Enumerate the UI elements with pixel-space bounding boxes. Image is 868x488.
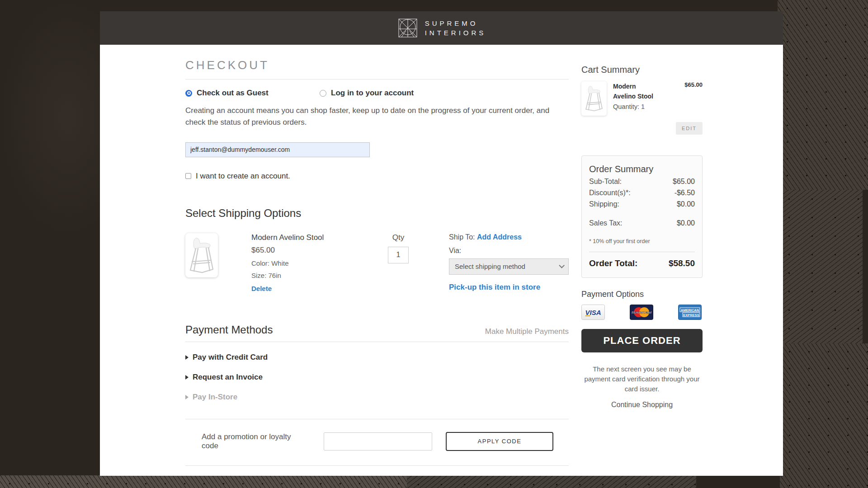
- accepted-cards-row: VISA MasterCard AMERICAN EXPRESS: [581, 305, 703, 320]
- login-radio[interactable]: [320, 90, 326, 97]
- background-texture: [0, 475, 407, 488]
- via-label: Via:: [449, 247, 569, 255]
- create-account-checkbox[interactable]: [185, 173, 191, 179]
- brand-geometric-icon: [397, 17, 419, 39]
- chevron-down-icon: [559, 263, 565, 268]
- login-radio-label: Log in to your account: [331, 89, 414, 98]
- brand-name: SUPREMO INTERIORS: [425, 19, 486, 38]
- cart-item-price: $65.00: [684, 81, 703, 88]
- create-account-row[interactable]: I want to create an account.: [185, 172, 569, 181]
- discount-row: Discount(s)*: -$6.50: [589, 189, 695, 197]
- cart-item-info: Modern Avelino Stool Quantity: 1: [613, 81, 662, 110]
- promo-code-section: Add a promotion or loyalty code APPLY CO…: [185, 419, 569, 466]
- cart-summary-title: Cart Summary: [581, 65, 703, 75]
- discount-value: -$6.50: [675, 189, 695, 197]
- checkout-mode-options: Check out as Guest Log in to your accoun…: [185, 89, 569, 98]
- checkout-page-panel: SUPREMO INTERIORS CHECKOUT Check out as …: [100, 11, 783, 476]
- discount-label: Discount(s)*:: [589, 189, 631, 197]
- ship-to-column: Ship To: Add Address Via: Select shippin…: [449, 233, 569, 292]
- guest-checkout-option[interactable]: Check out as Guest: [185, 89, 320, 98]
- shipping-section-title: Select Shipping Options: [185, 207, 569, 220]
- email-field[interactable]: [185, 142, 370, 157]
- edit-cart-button[interactable]: EDIT: [676, 122, 703, 135]
- svg-text:VISA: VISA: [585, 309, 601, 316]
- site-header: SUPREMO INTERIORS: [100, 11, 783, 45]
- order-total-value: $58.50: [669, 258, 695, 268]
- order-total-row: Order Total: $58.50: [589, 258, 695, 268]
- promo-code-label: Add a promotion or loyalty code: [202, 432, 306, 450]
- cart-item-name-line1: Modern: [613, 81, 662, 91]
- order-summary-title: Order Summary: [589, 164, 695, 174]
- pay-in-store-label: Pay In-Store: [193, 393, 237, 402]
- svg-text:AMERICAN: AMERICAN: [681, 308, 699, 312]
- create-account-label: I want to create an account.: [196, 172, 290, 181]
- stool-image: [584, 84, 604, 113]
- page-title: CHECKOUT: [185, 58, 569, 80]
- background-texture: [780, 343, 868, 488]
- amex-card-icon: AMERICAN EXPRESS: [678, 305, 702, 320]
- request-invoice-label: Request an Invoice: [193, 373, 263, 382]
- cart-item-name-line2: Avelino Stool: [613, 91, 662, 101]
- order-total-label: Order Total:: [589, 258, 637, 268]
- promo-code-input[interactable]: [324, 432, 432, 450]
- apply-code-button[interactable]: APPLY CODE: [446, 432, 553, 451]
- shipping-cost-value: $0.00: [677, 200, 695, 208]
- guest-radio[interactable]: [185, 90, 192, 97]
- discount-footnote: * 10% off your first order: [589, 238, 695, 244]
- brand-logo: SUPREMO INTERIORS: [397, 17, 486, 39]
- stool-image: [187, 235, 216, 275]
- shipping-cost-row: Shipping: $0.00: [589, 200, 695, 208]
- sales-tax-label: Sales Tax:: [589, 219, 623, 227]
- cart-item-quantity: Quantity: 1: [613, 103, 662, 110]
- quantity-column: Qty: [385, 233, 412, 263]
- caret-right-icon: [185, 395, 189, 399]
- svg-text:EXPRESS: EXPRESS: [683, 313, 699, 317]
- svg-text:MasterCard: MasterCard: [632, 310, 652, 314]
- order-sidebar: Cart Summary Modern Avelino Stool Quanti…: [581, 65, 703, 409]
- pay-credit-card-label: Pay with Credit Card: [193, 353, 268, 362]
- pay-credit-card-accordion[interactable]: Pay with Credit Card: [185, 353, 569, 362]
- shipping-method-select[interactable]: Select shipping method: [449, 258, 569, 275]
- product-color: Color: White: [251, 259, 333, 267]
- product-details: Modern Avelino Stool $65.00 Color: White…: [251, 233, 333, 293]
- order-summary-divider: [589, 252, 695, 252]
- account-info-text: Creating an account means you can shop f…: [185, 105, 565, 129]
- caret-right-icon: [185, 355, 189, 360]
- login-checkout-option[interactable]: Log in to your account: [320, 89, 414, 98]
- multiple-payments-link[interactable]: Make Multiple Payments: [485, 327, 569, 336]
- brand-line2: INTERIORS: [425, 28, 486, 38]
- qty-input[interactable]: [388, 247, 409, 263]
- guest-radio-label: Check out as Guest: [197, 89, 269, 98]
- cart-item-image: [581, 81, 607, 116]
- subtotal-label: Sub-Total:: [589, 178, 622, 186]
- pay-in-store-accordion[interactable]: Pay In-Store: [185, 393, 569, 402]
- delete-item-link[interactable]: Delete: [251, 285, 272, 292]
- background-texture: [778, 0, 868, 190]
- place-order-button[interactable]: PLACE ORDER: [581, 329, 703, 352]
- edit-row: EDIT: [581, 122, 703, 135]
- add-address-link[interactable]: Add Address: [477, 233, 522, 241]
- request-invoice-accordion[interactable]: Request an Invoice: [185, 373, 569, 382]
- product-name: Modern Avelino Stool: [251, 233, 333, 242]
- payment-options-title: Payment Options: [581, 290, 703, 299]
- sales-tax-value: $0.00: [677, 219, 695, 227]
- product-image: [185, 233, 218, 277]
- order-summary-box: Order Summary Sub-Total: $65.00 Discount…: [581, 155, 703, 278]
- brand-line1: SUPREMO: [425, 19, 486, 28]
- product-size: Size: 76in: [251, 272, 333, 279]
- caret-right-icon: [185, 375, 189, 380]
- continue-shopping-link[interactable]: Continue Shopping: [581, 401, 703, 409]
- card-verification-note: The next screen you see may be payment c…: [581, 364, 703, 394]
- shipping-method-value: Select shipping method: [455, 263, 525, 270]
- payment-methods-header: Payment Methods Make Multiple Payments: [185, 324, 569, 342]
- ship-to-line: Ship To: Add Address: [449, 233, 569, 241]
- background-texture: [778, 190, 863, 343]
- pickup-in-store-link[interactable]: Pick-up this item in store: [449, 283, 540, 292]
- cart-item: Modern Avelino Stool Quantity: 1 $65.00: [581, 81, 703, 116]
- payment-methods-title: Payment Methods: [185, 324, 273, 336]
- sales-tax-row: Sales Tax: $0.00: [589, 219, 695, 227]
- subtotal-value: $65.00: [673, 178, 695, 186]
- mastercard-card-icon: MasterCard: [630, 305, 653, 320]
- ship-to-label: Ship To:: [449, 233, 475, 241]
- shipping-item-row: Modern Avelino Stool $65.00 Color: White…: [185, 233, 569, 293]
